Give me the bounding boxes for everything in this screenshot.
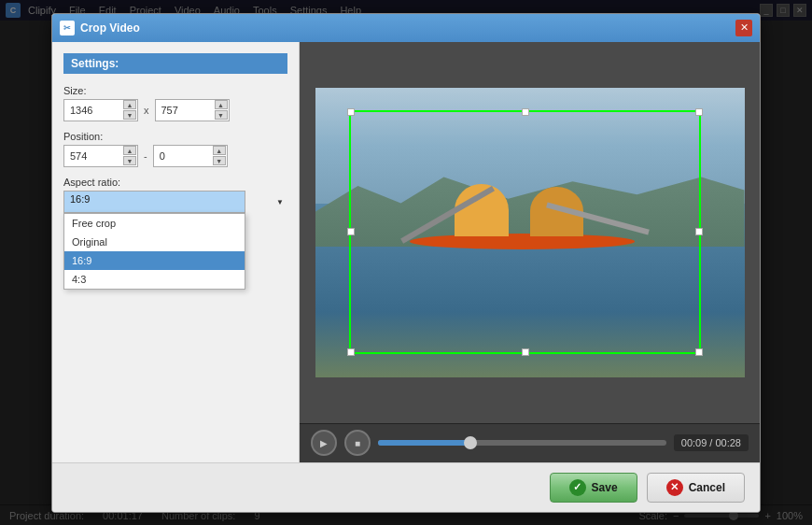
aspect-ratio-field-group: Aspect ratio: 16:9 ▼ Free crop Original … (63, 177, 287, 213)
play-button[interactable]: ▶ (311, 430, 337, 456)
video-preview-panel: ▶ ■ 00:09 / 00:28 (300, 42, 760, 462)
position-field-group: Position: ▲ ▼ - (63, 131, 287, 167)
save-button[interactable]: ✓ Save (550, 473, 637, 503)
progress-fill (378, 440, 470, 446)
modal-overlay: ✂ Crop Video ✕ Settings: Size: ▲ ▼ (0, 0, 812, 525)
dialog-footer: ✓ Save ✕ Cancel (52, 462, 760, 512)
size-height-up[interactable]: ▲ (215, 100, 228, 109)
dialog-body: Settings: Size: ▲ ▼ x (52, 42, 760, 462)
pos-y-up[interactable]: ▲ (213, 146, 226, 155)
pos-x-spinner: ▲ ▼ (123, 146, 136, 165)
aspect-ratio-dropdown-list: Free crop Original 16:9 4:3 (63, 213, 245, 290)
pos-x-down[interactable]: ▼ (123, 156, 136, 165)
dropdown-option-4-3[interactable]: 4:3 (64, 270, 245, 289)
dialog-close-button[interactable]: ✕ (735, 20, 752, 36)
cancel-x-icon: ✕ (666, 479, 683, 496)
kayak-body (410, 234, 636, 249)
aspect-ratio-dropdown-wrap: 16:9 ▼ Free crop Original 16:9 4:3 (63, 191, 287, 213)
size-height-spinner: ▲ ▼ (215, 100, 228, 120)
size-height-wrap: ▲ ▼ (155, 99, 230, 121)
dropdown-option-16-9-selected[interactable]: 16:9 (64, 251, 245, 270)
save-label: Save (592, 481, 618, 494)
cancel-label: Cancel (689, 481, 725, 494)
dropdown-arrow-icon: ▼ (276, 197, 284, 206)
video-area (300, 42, 760, 423)
kayak-group (380, 146, 680, 277)
pos-y-spinner: ▲ ▼ (213, 146, 226, 165)
pos-x-wrap: ▲ ▼ (63, 145, 138, 167)
size-width-up[interactable]: ▲ (123, 100, 136, 109)
size-field-group: Size: ▲ ▼ x ▲ (63, 85, 287, 121)
size-separator: x (144, 105, 149, 116)
pos-separator: - (144, 150, 147, 162)
pos-x-up[interactable]: ▲ (123, 146, 136, 155)
dropdown-option-freecrop[interactable]: Free crop (64, 214, 245, 233)
size-width-down[interactable]: ▼ (123, 110, 136, 120)
playback-bar: ▶ ■ 00:09 / 00:28 (300, 423, 760, 462)
progress-thumb[interactable] (464, 436, 477, 449)
dropdown-option-original[interactable]: Original (64, 233, 245, 251)
aspect-ratio-dropdown-display[interactable]: 16:9 (63, 191, 245, 213)
size-width-spinner: ▲ ▼ (123, 100, 136, 120)
size-width-wrap: ▲ ▼ (63, 99, 138, 121)
time-display: 00:09 / 00:28 (674, 434, 749, 451)
dialog-titlebar: ✂ Crop Video ✕ (52, 14, 760, 42)
position-row: ▲ ▼ - ▲ ▼ (63, 145, 287, 167)
settings-panel: Settings: Size: ▲ ▼ x (52, 42, 300, 462)
crop-video-dialog: ✂ Crop Video ✕ Settings: Size: ▲ ▼ (51, 13, 761, 513)
aspect-ratio-label: Aspect ratio: (63, 177, 287, 188)
dialog-title: Crop Video (80, 21, 730, 35)
dialog-icon: ✂ (60, 21, 75, 35)
settings-title: Settings: (63, 53, 287, 74)
position-label: Position: (63, 131, 287, 142)
save-check-icon: ✓ (569, 479, 586, 496)
stop-button[interactable]: ■ (344, 430, 371, 456)
pos-y-wrap: ▲ ▼ (153, 145, 228, 167)
video-frame (315, 88, 745, 377)
cancel-button[interactable]: ✕ Cancel (647, 473, 745, 503)
pos-y-down[interactable]: ▼ (213, 156, 226, 165)
progress-track[interactable] (378, 440, 666, 446)
size-row: ▲ ▼ x ▲ ▼ (63, 99, 287, 121)
size-label: Size: (63, 85, 287, 96)
size-height-down[interactable]: ▼ (215, 110, 228, 120)
